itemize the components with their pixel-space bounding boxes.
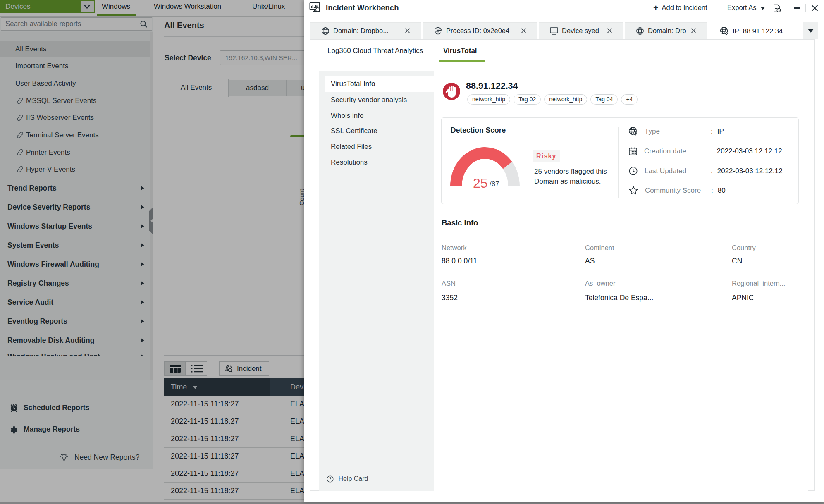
svg-text:?: ? <box>329 477 331 481</box>
